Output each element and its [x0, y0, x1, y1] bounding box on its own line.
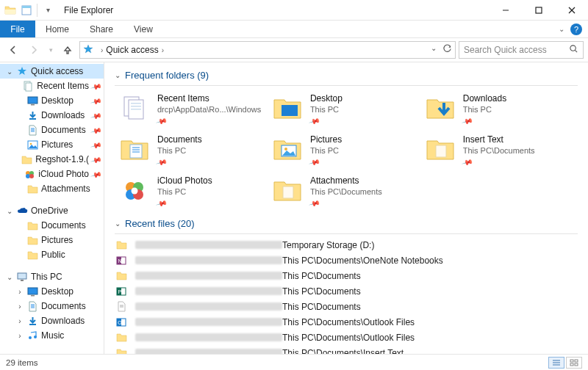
- folder-name: iCloud Photos: [157, 175, 212, 186]
- documents-icon: [26, 124, 38, 136]
- file-location: This PC\Documents\Outlook Files: [282, 333, 415, 343]
- sidebar-item[interactable]: ›Downloads: [0, 313, 104, 328]
- recent-file-row[interactable]: This PC\Documents\Outlook Files: [115, 330, 578, 345]
- folder-icon: [26, 220, 38, 231]
- tab-view[interactable]: View: [123, 21, 163, 37]
- frequent-header[interactable]: ⌄ Frequent folders (9): [115, 67, 578, 86]
- maximize-button[interactable]: [522, 2, 555, 18]
- frequent-folder[interactable]: AttachmentsThis PC\Documents📌: [268, 173, 420, 211]
- tree-label: OneDrive: [31, 206, 68, 216]
- sidebar-item-label: Documents: [41, 301, 86, 311]
- frequent-folder[interactable]: DesktopThis PC📌: [268, 90, 420, 128]
- folder-location: This PC: [157, 146, 202, 155]
- frequent-folder[interactable]: Insert TextThis PC\Documents📌: [420, 131, 573, 170]
- qat-dropdown-icon[interactable]: ▾: [42, 4, 54, 16]
- address-dropdown-icon[interactable]: ⌄: [431, 44, 437, 56]
- icloud-icon: [24, 168, 35, 180]
- chevron-down-icon[interactable]: ⌄: [115, 220, 121, 228]
- svg-rect-26: [31, 295, 35, 297]
- sidebar-item[interactable]: iCloud Photo📌: [0, 167, 104, 181]
- folder-location: This PC\Documents: [310, 187, 382, 196]
- chevron-down-icon[interactable]: ⌄: [115, 71, 121, 79]
- recent-file-row[interactable]: Temporary Storage (D:): [115, 237, 578, 253]
- recent-file-row[interactable]: This PC\Documents: [115, 268, 578, 283]
- help-icon[interactable]: ?: [570, 23, 582, 35]
- frequent-folder[interactable]: DocumentsThis PC📌: [115, 131, 268, 170]
- recent-header[interactable]: ⌄ Recent files (20): [115, 215, 578, 234]
- minimize-button[interactable]: [489, 2, 522, 18]
- thumbnails-view-button[interactable]: [566, 357, 582, 369]
- sidebar-item[interactable]: Attachments: [0, 181, 104, 196]
- navigation-pane[interactable]: ⌄ Quick access Recent Items📌Desktop📌Down…: [0, 62, 104, 354]
- properties-icon[interactable]: [21, 4, 32, 16]
- frequent-folder[interactable]: iCloud PhotosThis PC📌: [115, 173, 268, 211]
- search-box[interactable]: Search Quick access: [459, 41, 584, 59]
- collapse-icon[interactable]: ⌄: [6, 68, 13, 76]
- svg-text:O: O: [118, 320, 122, 325]
- folder-name: Recent Items: [157, 93, 261, 104]
- sidebar-item[interactable]: Downloads📌: [0, 108, 104, 123]
- tree-quick-access[interactable]: ⌄ Quick access: [0, 64, 104, 79]
- sidebar-item-label: Downloads: [41, 110, 85, 120]
- sidebar-item[interactable]: ›Documents: [0, 299, 104, 313]
- collapse-icon[interactable]: ⌄: [6, 273, 13, 281]
- sidebar-item[interactable]: Documents📌: [0, 123, 104, 137]
- collapse-icon[interactable]: ⌄: [6, 207, 13, 215]
- sidebar-item-label: Attachments: [41, 184, 90, 194]
- sidebar-item-label: Pictures: [41, 235, 73, 245]
- back-button[interactable]: [4, 41, 22, 59]
- sidebar-item[interactable]: Public: [0, 247, 104, 262]
- tab-home[interactable]: Home: [35, 21, 79, 37]
- tab-share[interactable]: Share: [79, 21, 123, 37]
- expand-icon[interactable]: ›: [16, 332, 24, 340]
- svg-point-50: [132, 188, 138, 195]
- sidebar-item[interactable]: Pictures📌: [0, 137, 104, 152]
- ribbon-expand-icon[interactable]: ⌄: [559, 25, 564, 33]
- breadcrumb-location[interactable]: Quick access: [106, 45, 158, 55]
- frequent-folder[interactable]: DownloadsThis PC📌: [420, 90, 573, 128]
- close-button[interactable]: [555, 2, 588, 18]
- sidebar-item-label: Downloads: [41, 316, 85, 326]
- frequent-folder[interactable]: PicturesThis PC📌: [268, 131, 420, 170]
- tree-onedrive[interactable]: ⌄ OneDrive: [0, 203, 104, 218]
- svg-point-22: [29, 174, 34, 178]
- sidebar-item-label: Music: [41, 330, 64, 341]
- sidebar-item[interactable]: Documents: [0, 218, 104, 233]
- sidebar-item[interactable]: ›Music: [0, 328, 104, 343]
- publisher-icon: P: [115, 285, 128, 298]
- recent-file-row[interactable]: PThis PC\Documents: [115, 283, 578, 299]
- frequent-folder[interactable]: Recent Itemsdrcp\AppData\Ro...\Windows📌: [115, 90, 268, 128]
- search-icon[interactable]: [569, 44, 578, 56]
- chevron-right-icon[interactable]: ›: [101, 46, 103, 54]
- folder-icon: [26, 183, 38, 195]
- up-button[interactable]: [59, 41, 76, 59]
- forward-button[interactable]: [25, 41, 43, 59]
- recent-file-row[interactable]: OThis PC\Documents\Outlook Files: [115, 314, 578, 330]
- sidebar-item[interactable]: ›Desktop: [0, 284, 104, 299]
- details-view-button[interactable]: [548, 357, 564, 369]
- file-tab[interactable]: File: [0, 21, 35, 37]
- recent-file-row[interactable]: This PC\Documents\Insert Text: [115, 345, 578, 354]
- expand-icon[interactable]: ›: [16, 288, 24, 296]
- recent-file-row[interactable]: NThis PC\Documents\OneNote Notebooks: [115, 253, 578, 268]
- onenote-icon: N: [115, 254, 128, 267]
- svg-point-32: [34, 335, 37, 338]
- refresh-icon[interactable]: [442, 44, 452, 56]
- expand-icon[interactable]: ›: [16, 317, 24, 325]
- sidebar-item[interactable]: Pictures: [0, 233, 104, 247]
- content-pane[interactable]: ⌄ Frequent folders (9) Recent Itemsdrcp\…: [104, 62, 588, 354]
- recent-file-row[interactable]: This PC\Documents: [115, 299, 578, 314]
- frequent-section: ⌄ Frequent folders (9) Recent Itemsdrcp\…: [115, 67, 578, 211]
- expand-icon[interactable]: ›: [16, 302, 24, 311]
- sidebar-item[interactable]: Regshot-1.9.(📌: [0, 152, 104, 167]
- sidebar-item[interactable]: Desktop📌: [0, 93, 104, 108]
- chevron-right-icon[interactable]: ›: [162, 46, 164, 54]
- address-bar[interactable]: › Quick access › ⌄: [79, 41, 456, 59]
- sidebar-item[interactable]: Recent Items📌: [0, 79, 104, 93]
- pin-icon: 📌: [156, 156, 168, 168]
- svg-rect-24: [21, 280, 24, 281]
- ribbon: File Home Share View ⌄ ?: [0, 21, 588, 38]
- history-dropdown[interactable]: ▾: [46, 41, 56, 59]
- generic-icon: [115, 347, 128, 355]
- tree-thispc[interactable]: ⌄ This PC: [0, 269, 104, 284]
